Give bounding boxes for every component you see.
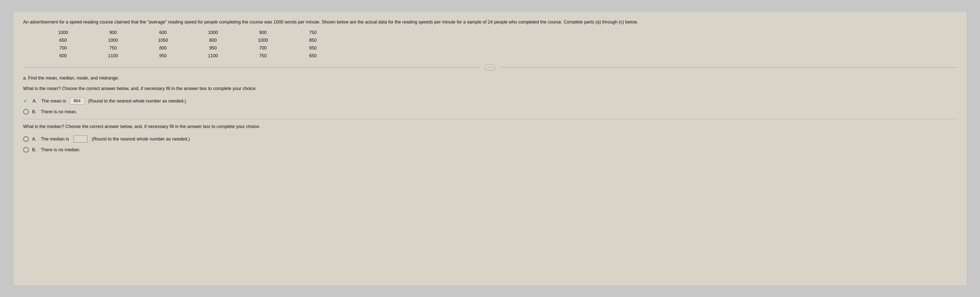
problem-text: An advertisement for a speed-reading cou… xyxy=(23,19,948,26)
data-cell: 1100 xyxy=(88,53,138,59)
data-cell: 750 xyxy=(88,45,138,51)
part-a-label: a. Find the mean, median, mode, and midr… xyxy=(23,75,957,81)
main-container: An advertisement for a speed-reading cou… xyxy=(13,11,967,286)
data-row: 650 1000 1050 800 1000 850 xyxy=(38,37,942,43)
data-cell: 1000 xyxy=(188,29,238,36)
mean-option-a-text-after: (Round to the nearest whole number as ne… xyxy=(88,99,186,104)
median-option-a-letter: A. xyxy=(32,136,37,142)
data-row: 700 750 800 950 700 950 xyxy=(38,45,942,51)
data-cell: 650 xyxy=(288,53,338,59)
data-row: 1000 900 600 1000 900 750 xyxy=(38,29,942,36)
data-cell: 650 xyxy=(38,37,88,43)
data-cell: 600 xyxy=(38,53,88,59)
mean-value-input[interactable] xyxy=(70,97,85,104)
data-cell: 1050 xyxy=(138,37,188,43)
data-cell: 1000 xyxy=(238,37,288,43)
mean-option-a[interactable]: ✔ A. The mean is (Round to the nearest w… xyxy=(23,97,957,104)
mean-option-b-text: There is no mean. xyxy=(41,109,77,115)
data-cell: 700 xyxy=(238,45,288,51)
data-cell: 950 xyxy=(138,53,188,59)
data-cell: 950 xyxy=(188,45,238,51)
mean-question: What is the mean? Choose the correct ans… xyxy=(23,85,957,92)
mean-option-b[interactable]: B. There is no mean. xyxy=(23,109,957,115)
divider-dots[interactable]: ··· xyxy=(485,64,495,70)
data-cell: 900 xyxy=(88,29,138,36)
data-cell: 750 xyxy=(288,29,338,36)
mean-option-a-text-before: The mean is xyxy=(41,99,66,104)
data-cell: 700 xyxy=(38,45,88,51)
checkmark-icon: ✔ xyxy=(23,98,29,104)
median-option-b[interactable]: B. There is no median. xyxy=(23,147,957,153)
data-cell: 850 xyxy=(288,37,338,43)
data-cell: 800 xyxy=(188,37,238,43)
data-cell: 900 xyxy=(238,29,288,36)
data-cell: 1000 xyxy=(88,37,138,43)
data-cell: 800 xyxy=(138,45,188,51)
data-cell: 1100 xyxy=(188,53,238,59)
median-question: What is the median? Choose the correct a… xyxy=(23,123,957,130)
data-cell: 1000 xyxy=(38,29,88,36)
median-option-a[interactable]: A. The median is (Round to the nearest w… xyxy=(23,136,957,142)
median-option-a-text-after: (Round to the nearest whole number as ne… xyxy=(92,136,190,142)
median-value-input[interactable] xyxy=(74,136,88,142)
data-cell: 950 xyxy=(288,45,338,51)
median-option-a-text-before: The median is xyxy=(41,136,69,142)
data-table: 1000 900 600 1000 900 750 650 1000 1050 … xyxy=(38,29,942,59)
median-radio-b[interactable] xyxy=(23,147,29,153)
median-option-b-text: There is no median. xyxy=(41,147,81,153)
mean-option-b-letter: B. xyxy=(32,109,37,115)
data-cell: 600 xyxy=(138,29,188,36)
median-option-b-letter: B. xyxy=(32,147,37,153)
data-cell: 750 xyxy=(238,53,288,59)
mean-radio-b[interactable] xyxy=(23,109,29,115)
mean-option-a-letter: A. xyxy=(33,99,37,104)
median-radio-a[interactable] xyxy=(23,136,29,142)
data-row: 600 1100 950 1100 750 650 xyxy=(38,53,942,59)
divider-row: ··· xyxy=(23,64,957,70)
